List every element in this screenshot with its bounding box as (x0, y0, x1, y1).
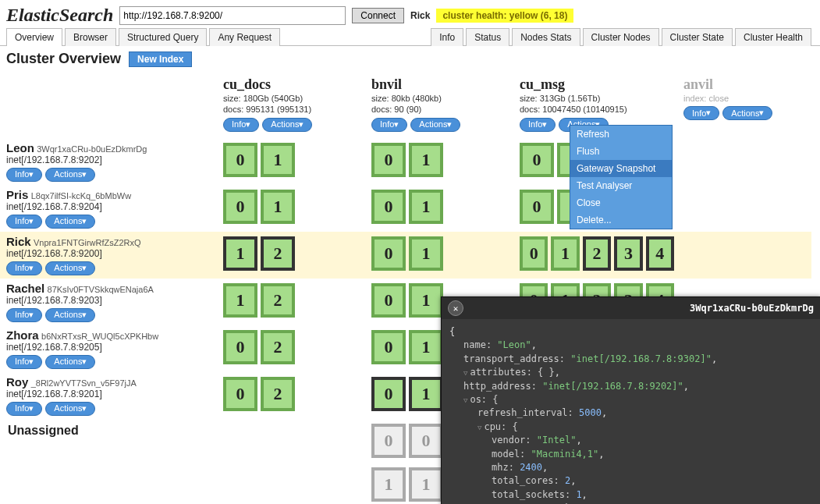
shard[interactable]: 1 (409, 283, 443, 318)
shard[interactable]: 0 (223, 330, 257, 364)
menu-item-test-analyser[interactable]: Test Analyser (570, 177, 672, 194)
node-name: Rachel (6, 282, 44, 295)
index-cu_msg-info-button[interactable]: Info (520, 118, 556, 132)
index-cu_docs-actions-button[interactable]: Actions (262, 118, 312, 132)
index-cu_docs-info-button[interactable]: Info (223, 118, 259, 132)
shard[interactable]: 0 (223, 190, 257, 224)
tab-cluster-nodes[interactable]: Cluster Nodes (583, 28, 659, 46)
menu-item-refresh[interactable]: Refresh (570, 126, 672, 143)
tab-cluster-health[interactable]: Cluster Health (735, 28, 811, 46)
tab-cluster-state[interactable]: Cluster State (662, 28, 733, 46)
node-name: Rick (6, 235, 31, 248)
shard[interactable]: 1 (409, 143, 443, 177)
node-id: L8qx7ilfSI-kcKq_6bMbWw (31, 191, 131, 201)
new-index-button[interactable]: New Index (129, 51, 192, 67)
index-bnvil-info-button[interactable]: Info (371, 118, 407, 132)
tab-overview[interactable]: Overview (6, 28, 62, 46)
menu-item-gateway-snapshot[interactable]: Gateway Snapshot (570, 160, 672, 177)
shard[interactable]: 1 (223, 283, 257, 318)
node-info-panel[interactable]: ✕ 3Wqr1xaCRu-b0uEzDkmrDg { name: "Leon",… (441, 296, 820, 504)
node-rachel-info-button[interactable]: Info (6, 308, 42, 322)
shard[interactable]: 2 (261, 283, 295, 318)
shard[interactable]: 0 (520, 236, 548, 271)
tab-any-request[interactable]: Any Request (209, 28, 280, 46)
shard[interactable]: 0 (371, 236, 406, 271)
shard[interactable]: 1 (409, 377, 443, 411)
node-name: Leon (6, 141, 34, 154)
panel-body: { name: "Leon", transport_address: "inet… (442, 319, 820, 504)
panel-title: 3Wqr1xaCRu-b0uEzDkmrDg (690, 303, 814, 314)
node-roy-actions-button[interactable]: Actions (45, 402, 95, 416)
node-rick-info-button[interactable]: Info (6, 261, 42, 275)
node-leon-actions-button[interactable]: Actions (45, 168, 95, 182)
shard[interactable]: 0 (371, 424, 406, 458)
shard[interactable]: 0 (223, 377, 257, 411)
shard[interactable]: 2 (261, 236, 295, 271)
index-anvil-info-button[interactable]: Info (683, 106, 719, 120)
node-id: b6NxRTxsR_WUQl5cXPKHbw (41, 332, 158, 341)
node-name: Roy (6, 375, 28, 389)
node-name: Zhora (6, 328, 39, 342)
shard[interactable]: 1 (409, 236, 443, 271)
shard[interactable]: 1 (409, 467, 443, 502)
node-id: _8Rl2wYVT7Svn_v5F97jJA (31, 378, 137, 388)
node-rick-actions-button[interactable]: Actions (45, 261, 95, 275)
shard[interactable]: 2 (583, 236, 611, 271)
actions-dropdown-menu[interactable]: RefreshFlushGateway SnapshotTest Analyse… (570, 125, 673, 229)
node-address: inet[/192.168.7.8:9205] (6, 342, 102, 353)
shard[interactable]: 0 (371, 190, 406, 224)
node-address: inet[/192.168.7.8:9202] (6, 154, 102, 165)
shard[interactable]: 2 (261, 330, 295, 364)
node-rachel-actions-button[interactable]: Actions (45, 308, 95, 322)
index-bnvil-actions-button[interactable]: Actions (410, 118, 460, 132)
index-anvil-actions-button[interactable]: Actions (722, 106, 772, 120)
shard[interactable]: 1 (409, 330, 443, 364)
node-address: inet[/192.168.7.8:9204] (6, 201, 102, 212)
shard[interactable]: 1 (223, 236, 257, 271)
shard[interactable]: 1 (261, 190, 295, 224)
connect-button[interactable]: Connect (352, 8, 404, 23)
shard[interactable]: 1 (409, 190, 443, 224)
shard[interactable]: 4 (646, 236, 674, 271)
node-leon-info-button[interactable]: Info (6, 168, 42, 182)
menu-item-delete-[interactable]: Delete... (570, 211, 672, 229)
node-zhora-info-button[interactable]: Info (6, 355, 42, 369)
node-name: Pris (6, 188, 28, 201)
node-address: inet[/192.168.7.8:9203] (6, 295, 102, 306)
tab-browser[interactable]: Browser (65, 28, 116, 46)
node-roy-info-button[interactable]: Info (6, 402, 42, 416)
node-zhora-actions-button[interactable]: Actions (45, 355, 95, 369)
shard[interactable]: 1 (371, 467, 406, 502)
tab-structured-query[interactable]: Structured Query (119, 28, 207, 46)
shard[interactable]: 3 (614, 236, 642, 271)
shard[interactable]: 0 (409, 424, 443, 458)
shard[interactable]: 0 (371, 377, 406, 411)
index-meta: index: close (683, 93, 807, 104)
tab-info[interactable]: Info (431, 28, 463, 46)
node-pris-info-button[interactable]: Info (6, 215, 42, 229)
shard[interactable]: 0 (371, 283, 406, 318)
shard[interactable]: 0 (520, 190, 554, 224)
shard[interactable]: 0 (520, 143, 554, 177)
menu-item-flush[interactable]: Flush (570, 143, 672, 160)
page-title: Cluster Overview (6, 51, 121, 67)
shard[interactable]: 0 (223, 143, 257, 177)
shard[interactable]: 0 (371, 143, 406, 177)
node-id: 87KsIv0FTVSkkqwENaja6A (48, 285, 154, 294)
app-title: ElasticSearch (6, 5, 113, 26)
shard[interactable]: 1 (261, 143, 295, 177)
close-icon[interactable]: ✕ (448, 300, 463, 316)
node-id: Vnpra1FNTGirwRfZsZ2RxQ (34, 238, 141, 247)
cluster-url-input[interactable] (119, 6, 346, 25)
tab-status[interactable]: Status (466, 28, 509, 46)
index-name: cu_docs (223, 76, 362, 93)
node-address: inet[/192.168.7.8:9201] (6, 389, 102, 399)
shard[interactable]: 2 (261, 377, 295, 411)
node-pris-actions-button[interactable]: Actions (45, 215, 95, 229)
shard[interactable]: 1 (551, 236, 579, 271)
index-meta: size: 180Gb (540Gb)docs: 995131 (995131) (223, 93, 362, 115)
menu-item-close[interactable]: Close (570, 194, 672, 211)
tab-nodes-stats[interactable]: Nodes Stats (512, 28, 580, 46)
shard[interactable]: 0 (371, 330, 406, 364)
node-address: inet[/192.168.7.8:9200] (6, 248, 102, 259)
